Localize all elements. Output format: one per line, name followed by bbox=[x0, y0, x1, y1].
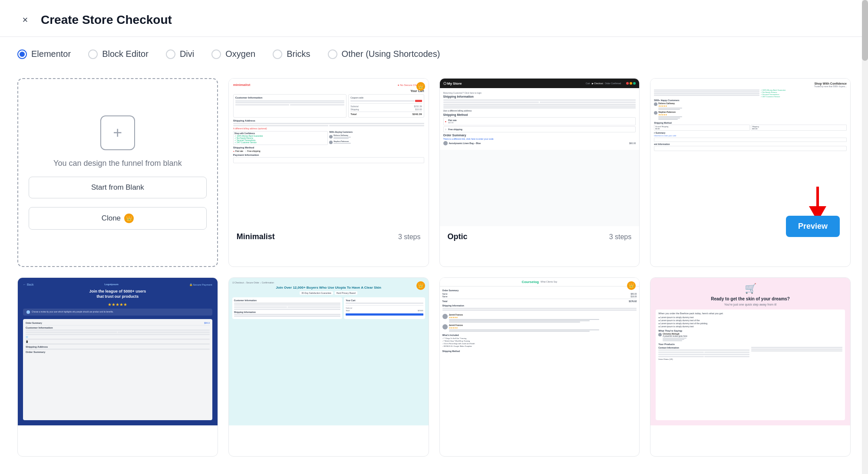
radio-label-elementor: Elementor bbox=[31, 49, 71, 59]
beehive-template-card[interactable]: 🛒 Ready to get the skin of your dreams? … bbox=[650, 277, 851, 457]
radio-circle-divi bbox=[166, 49, 175, 59]
courselog-footer bbox=[440, 425, 640, 438]
radio-label-other: Other (Using Shortcodes) bbox=[342, 49, 440, 59]
courselog-crown-icon: 👑 bbox=[627, 281, 636, 290]
optic-template-card[interactable]: ⬡ My Store Cart ▶ Checkout Order Confirm… bbox=[439, 78, 640, 267]
preview-button[interactable]: Preview bbox=[786, 216, 840, 237]
shop-confidence-template-card[interactable]: Shop With Confidence Trusted by more tha… bbox=[650, 78, 851, 267]
minimalist-preview: 👑 minimalist ● No Secure Checkout Your C… bbox=[229, 79, 429, 226]
radio-label-block-editor: Block Editor bbox=[102, 49, 149, 59]
modal-header: × Create Store Checkout bbox=[0, 0, 868, 37]
close-icon: × bbox=[23, 14, 28, 26]
radio-label-divi: Divi bbox=[180, 49, 194, 59]
scrollbar-track[interactable] bbox=[862, 0, 868, 474]
modal-title: Create Store Checkout bbox=[41, 13, 172, 27]
radio-circle-elementor bbox=[17, 49, 27, 59]
radio-other[interactable]: Other (Using Shortcodes) bbox=[328, 49, 440, 59]
optic-footer: Optic 3 steps bbox=[440, 226, 640, 247]
courselog-preview: 👑 Courselog What Clients Say Order Summa… bbox=[440, 278, 640, 425]
radio-elementor[interactable]: Elementor bbox=[17, 49, 71, 59]
optic-steps: 3 steps bbox=[609, 233, 632, 241]
minimalist-name: Minimalist bbox=[237, 232, 275, 241]
plus-icon: + bbox=[113, 124, 122, 142]
logoipsum-template-card[interactable]: ← Back Logoipsum 🔒 Secure Payment Join t… bbox=[17, 277, 218, 457]
plus-icon-container: + bbox=[100, 115, 135, 150]
blank-template-card[interactable]: + You can design the funnel from blank S… bbox=[17, 78, 218, 267]
radio-label-oxygen: Oxygen bbox=[225, 49, 255, 59]
start-from-blank-label: Start from Blank bbox=[91, 183, 144, 192]
modal-container: × Create Store Checkout Elementor Block … bbox=[0, 0, 868, 474]
utopia-footer bbox=[229, 425, 429, 438]
radio-circle-bricks bbox=[273, 49, 282, 59]
radio-circle-other bbox=[328, 49, 337, 59]
radio-oxygen[interactable]: Oxygen bbox=[211, 49, 255, 59]
templates-grid: + You can design the funnel from blank S… bbox=[0, 69, 868, 474]
minimalist-template-card[interactable]: 👑 minimalist ● No Secure Checkout Your C… bbox=[228, 78, 429, 267]
utopia-template-card[interactable]: 👑 ☑ Checkout›Secure Order›Confirmation J… bbox=[228, 277, 429, 457]
radio-circle-block-editor bbox=[88, 49, 98, 59]
radio-label-bricks: Bricks bbox=[287, 49, 310, 59]
scrollbar-thumb[interactable] bbox=[862, 0, 868, 61]
utopia-crown-icon: 👑 bbox=[416, 281, 425, 290]
radio-circle-oxygen bbox=[211, 49, 221, 59]
start-from-blank-button[interactable]: Start from Blank bbox=[29, 177, 207, 198]
logoipsum-preview: ← Back Logoipsum 🔒 Secure Payment Join t… bbox=[18, 278, 218, 425]
blank-card-description: You can design the funnel from blank bbox=[53, 159, 182, 168]
crown-icon: 👑 bbox=[124, 214, 134, 223]
page-builder-radio-group: Elementor Block Editor Divi Oxygen Brick… bbox=[0, 37, 868, 69]
courselog-template-card[interactable]: 👑 Courselog What Clients Say Order Summa… bbox=[439, 277, 640, 457]
optic-preview: ⬡ My Store Cart ▶ Checkout Order Confirm… bbox=[440, 79, 640, 226]
radio-bricks[interactable]: Bricks bbox=[273, 49, 310, 59]
close-button[interactable]: × bbox=[17, 12, 33, 28]
radio-block-editor[interactable]: Block Editor bbox=[88, 49, 149, 59]
clone-label: Clone bbox=[102, 214, 121, 223]
minimalist-footer: Minimalist 3 steps bbox=[229, 226, 429, 247]
beehive-preview: 🛒 Ready to get the skin of your dreams? … bbox=[650, 278, 850, 425]
minimalist-steps: 3 steps bbox=[398, 233, 421, 241]
optic-name: Optic bbox=[448, 232, 468, 241]
clone-button[interactable]: Clone 👑 bbox=[29, 207, 207, 230]
beehive-footer bbox=[650, 425, 850, 438]
radio-divi[interactable]: Divi bbox=[166, 49, 194, 59]
preview-button-overlay: Preview bbox=[786, 216, 840, 237]
utopia-preview: 👑 ☑ Checkout›Secure Order›Confirmation J… bbox=[229, 278, 429, 425]
minimalist-crown-icon: 👑 bbox=[416, 82, 425, 91]
logoipsum-footer bbox=[18, 425, 218, 438]
